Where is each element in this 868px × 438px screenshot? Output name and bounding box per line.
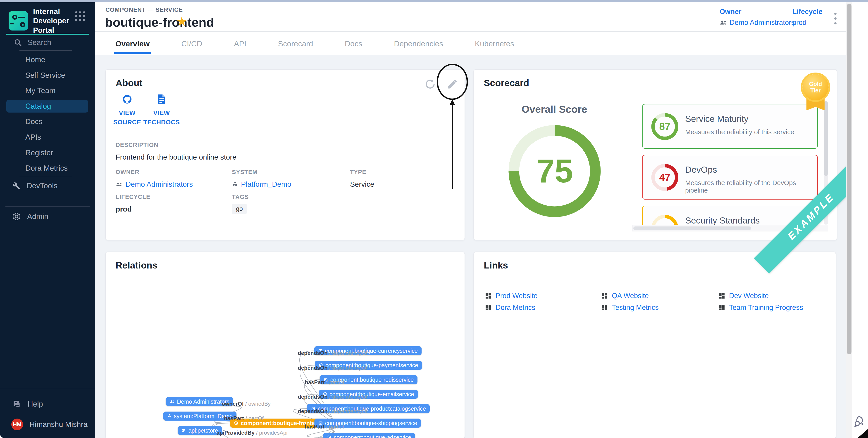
- metric-name: Security Standards: [685, 215, 760, 225]
- sidebar-item-register[interactable]: Register: [0, 146, 95, 159]
- sidebar-item-docs[interactable]: Docs: [0, 115, 95, 128]
- tab-docs[interactable]: Docs: [343, 33, 364, 55]
- github-icon: [122, 94, 132, 104]
- system-field: SYSTEM Platform_Demo: [232, 169, 291, 189]
- sidebar-item-my-team[interactable]: My Team: [0, 84, 95, 97]
- link-team-training-progress[interactable]: Team Training Progress: [718, 304, 803, 312]
- apps-grid-icon[interactable]: [75, 11, 85, 21]
- sidebar-item-self-service[interactable]: Self Service: [0, 69, 95, 81]
- owner-entity-link[interactable]: Demo Administrators: [116, 180, 193, 189]
- sidebar-divider: [20, 177, 72, 177]
- graph-edge-label: dependsOn / dependencyOf: [298, 408, 368, 414]
- svg-text:?: ?: [15, 401, 17, 405]
- graph-edge-label: dependsOn / dependencyOf: [298, 365, 368, 371]
- page-scrollbar-thumb[interactable]: [847, 4, 851, 355]
- owner-field: OWNER Demo Administrators: [116, 169, 193, 189]
- view-techdocs-button[interactable]: VIEW TECHDOCS: [140, 94, 183, 127]
- about-card: About VIEW SOURCE VIEW TE: [105, 69, 465, 240]
- entity-header: COMPONENT — SERVICE boutique-frontend ★ …: [95, 2, 846, 32]
- edit-pencil-icon[interactable]: [446, 78, 458, 90]
- lifecycle-block: Lifecycle prod: [793, 8, 823, 27]
- entity-tabs: OverviewCI/CDAPIScorecardDocsDependencie…: [95, 32, 846, 55]
- more-options-icon[interactable]: [831, 11, 840, 26]
- metric-ring: 47: [650, 163, 680, 192]
- system-entity-link[interactable]: Platform_Demo: [232, 180, 291, 189]
- links-title: Links: [484, 260, 508, 271]
- sidebar-item-dora-metrics[interactable]: Dora Metrics: [0, 162, 95, 174]
- gear-icon: [12, 212, 21, 221]
- graph-edge-label: hasPart / partOf: [305, 424, 344, 430]
- dashboard-icon: [718, 304, 725, 311]
- metric-score: 47: [650, 163, 680, 192]
- overall-score-value: 75: [508, 125, 601, 217]
- page-scrollbar[interactable]: [846, 2, 852, 438]
- user-menu[interactable]: HM Himanshu Mishra: [0, 418, 95, 431]
- scorecard-card: Scorecard Overall Score 75 87Service Mat…: [473, 69, 837, 240]
- dashboard-icon: [485, 292, 492, 299]
- tag-chip[interactable]: go: [232, 204, 247, 214]
- people-icon: [719, 20, 727, 26]
- overall-score-donut: 75: [508, 125, 601, 217]
- sidebar-item-home[interactable]: Home: [0, 53, 95, 66]
- sidebar-item-apis[interactable]: APIs: [0, 131, 95, 143]
- link-qa-website[interactable]: QA Website: [601, 292, 649, 300]
- search-underline: [20, 50, 72, 51]
- metric-ring: 87: [650, 112, 680, 141]
- graph-node-component-boutique-adservice[interactable]: component:boutique-adservice: [323, 433, 415, 438]
- search-input[interactable]: Search: [13, 37, 82, 47]
- system-icon: [232, 181, 238, 188]
- owner-block: Owner Demo Administrators: [719, 8, 795, 27]
- link-testing-metrics[interactable]: Testing Metrics: [601, 304, 659, 312]
- sidebar-divider: [5, 206, 90, 207]
- graph-edge-label: hasPart / partOf: [305, 379, 344, 385]
- user-name: Himanshu Mishra: [29, 420, 88, 429]
- link-dev-website[interactable]: Dev Website: [718, 292, 769, 300]
- sidebar-item-devtools[interactable]: DevTools: [0, 179, 95, 193]
- scorecard-title: Scorecard: [484, 78, 529, 88]
- sidebar-item-catalog[interactable]: Catalog: [6, 100, 88, 112]
- metric-score: 87: [650, 112, 680, 141]
- tags-field: TAGS go: [232, 194, 249, 214]
- dashboard-icon: [485, 304, 492, 311]
- description-field: DESCRIPTION Frontend for the boutique on…: [116, 141, 237, 161]
- dashboard-icon: [718, 292, 725, 299]
- link-prod-website[interactable]: Prod Website: [485, 292, 538, 300]
- sidebar-item-help[interactable]: ? Help: [0, 397, 95, 411]
- app-title: Internal Developer Portal: [33, 7, 78, 35]
- graph-edge-label: dependsOn / dependencyOf: [298, 394, 368, 400]
- about-title: About: [116, 78, 142, 88]
- dashboard-icon: [601, 304, 608, 311]
- help-chat-icon: ?: [12, 400, 21, 409]
- tab-overview[interactable]: Overview: [114, 33, 151, 55]
- refresh-icon[interactable]: [424, 78, 436, 90]
- metric-card-service-maturity[interactable]: 87Service MaturityMeasures the reliabili…: [642, 104, 818, 149]
- metric-card-devops[interactable]: 47DevOpsMeasures the reliability of the …: [642, 155, 818, 200]
- document-icon: [157, 94, 166, 104]
- graph-edge-label: dependsOn / dependencyOf: [298, 350, 368, 356]
- link-dora-metrics[interactable]: Dora Metrics: [485, 304, 535, 312]
- metrics-list: 87Service MaturityMeasures the reliabili…: [639, 101, 822, 225]
- wrench-icon: [12, 182, 20, 190]
- tab-dependencies[interactable]: Dependencies: [393, 33, 444, 55]
- search-placeholder: Search: [28, 38, 51, 47]
- relations-graph: Demo Administratorssystem:Platform_Demoa…: [106, 252, 465, 438]
- overall-score-label: Overall Score: [514, 103, 595, 115]
- sidebar: Internal Developer Portal Search HomeSel…: [0, 2, 95, 438]
- tab-api[interactable]: API: [232, 33, 248, 55]
- lifecycle-field: LIFECYCLE prod: [116, 194, 150, 213]
- breadcrumb: COMPONENT — SERVICE: [105, 6, 183, 13]
- tab-scorecard[interactable]: Scorecard: [277, 33, 314, 55]
- user-avatar: HM: [11, 418, 23, 430]
- type-field: TYPE Service: [350, 169, 374, 189]
- tab-ci-cd[interactable]: CI/CD: [180, 33, 204, 55]
- metric-name: DevOps: [685, 165, 717, 175]
- owner-link[interactable]: Demo Administrators: [719, 19, 795, 27]
- metric-description: Measures the reliability of this service: [685, 128, 794, 136]
- graph-node-api-petstore[interactable]: api:petstore: [178, 426, 222, 435]
- metric-score: 74: [650, 213, 680, 225]
- feedback-chat-icon[interactable]: [853, 414, 867, 428]
- sidebar-item-admin[interactable]: Admin: [0, 210, 95, 223]
- sidebar-divider: [0, 388, 95, 388]
- tab-kubernetes[interactable]: Kubernetes: [473, 33, 516, 55]
- favorite-star-icon[interactable]: ★: [176, 14, 187, 29]
